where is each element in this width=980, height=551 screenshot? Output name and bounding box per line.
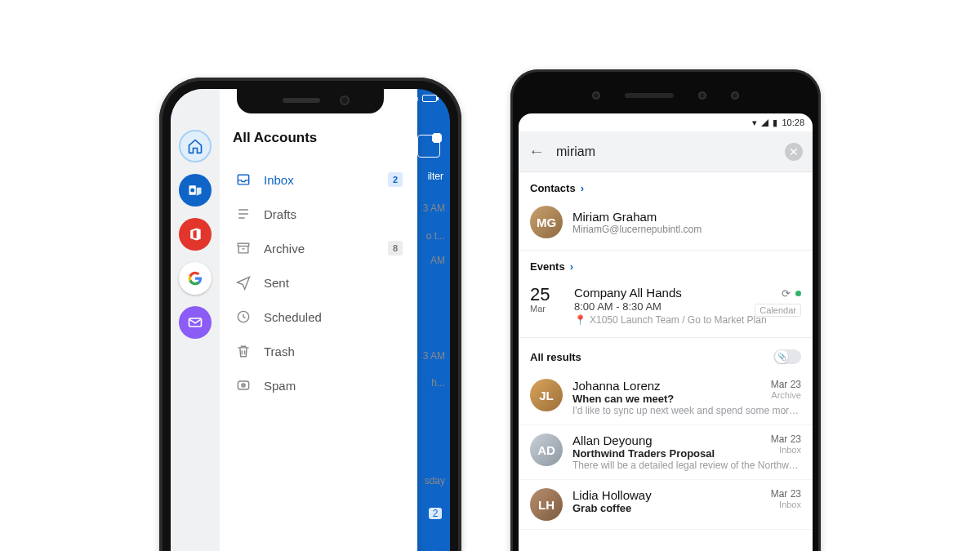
mail-meta: Mar 23 Inbox — [771, 488, 801, 509]
sensor-icon — [592, 91, 600, 100]
iphone-screen: ▮▮▮ ◉ ilter 3 AM o t... AM 3 AM h... CK … — [171, 89, 450, 551]
sensor-icon — [731, 91, 739, 100]
section-contacts[interactable]: Contacts › — [519, 172, 813, 199]
clear-search-button[interactable]: ✕ — [785, 143, 803, 161]
calendar-tag: Calendar — [755, 304, 801, 317]
mail-folder: Inbox — [771, 445, 801, 455]
folder-spam[interactable]: Spam — [233, 368, 404, 402]
section-label: Events — [530, 260, 565, 273]
mail-from: Allan Deyoung — [572, 433, 801, 447]
event-title: Company All Hands — [574, 286, 767, 300]
drawer-folders: All Accounts Inbox 2 Drafts — [220, 89, 417, 551]
event-location: 📍X1050 Launch Team / Go to Market Plan — [574, 314, 767, 326]
trash-icon — [234, 342, 252, 360]
section-label: Contacts — [530, 182, 576, 194]
folder-drafts[interactable]: Drafts — [233, 197, 404, 231]
compose-button[interactable] — [417, 135, 440, 158]
status-dot-icon — [795, 291, 801, 296]
search-bar: ← miriam ✕ — [519, 131, 813, 172]
speaker-icon — [625, 93, 674, 98]
account-outlook[interactable] — [179, 174, 212, 207]
mail-preview: I'd like to sync up next week and spend … — [572, 405, 801, 416]
event-month: Mar — [530, 304, 563, 313]
outlook-icon — [187, 182, 203, 198]
inbox-count-badge: 2 — [388, 172, 403, 187]
location-pin-icon: 📍 — [574, 314, 586, 326]
chevron-right-icon: › — [570, 260, 573, 273]
folder-label: Archive — [264, 242, 376, 256]
attachments-toggle[interactable] — [773, 349, 801, 364]
mail-from: Lidia Holloway — [572, 488, 801, 502]
status-time: 10:28 — [782, 118, 804, 127]
chevron-right-icon: › — [581, 182, 584, 194]
mail-subject: When can we meet? — [572, 393, 801, 405]
folder-archive[interactable]: Archive 8 — [233, 231, 404, 265]
folder-trash[interactable]: Trash — [233, 334, 404, 368]
drafts-icon — [234, 205, 252, 223]
folder-label: Spam — [264, 379, 403, 393]
android-statusbar: ▾ ▮ 10:28 — [519, 113, 813, 131]
battery-icon: ▮ — [773, 118, 777, 128]
event-result[interactable]: 25 Mar Company All Hands 8:00 AM - 8:30 … — [519, 278, 813, 338]
folder-scheduled[interactable]: Scheduled — [233, 300, 404, 334]
mail-folder: Archive — [771, 390, 801, 400]
event-time: 8:00 AM - 8:30 AM — [574, 300, 767, 313]
battery-icon — [422, 95, 437, 102]
recurring-icon: ⟳ — [782, 287, 791, 300]
folder-label: Drafts — [264, 207, 403, 221]
inbox-icon — [234, 171, 252, 189]
avatar: LH — [530, 488, 563, 521]
iphone-notch — [237, 89, 384, 113]
event-location-text: X1050 Launch Team / Go to Market Plan — [590, 314, 767, 326]
signal-icon: ▮▮▮ — [394, 94, 408, 103]
contact-email: MiriamG@lucernepubintl.com — [572, 224, 702, 235]
avatar: JL — [530, 379, 563, 411]
mail-date: Mar 23 — [771, 379, 801, 390]
signal-icon — [761, 119, 768, 127]
avatar: MG — [530, 206, 563, 238]
folder-label: Trash — [264, 344, 403, 358]
avatar: AD — [530, 433, 563, 466]
mail-date: Mar 23 — [771, 488, 801, 500]
drawer-title: All Accounts — [233, 130, 404, 146]
home-icon — [187, 138, 203, 154]
mail-preview: There will be a detailed legal review of… — [572, 460, 801, 471]
mail-meta: Mar 23 Archive — [771, 379, 801, 400]
archive-count-badge: 8 — [388, 241, 403, 256]
account-office[interactable] — [179, 218, 212, 251]
bg-badge: 2 — [429, 508, 442, 519]
android-device: ▾ ▮ 10:28 ← miriam ✕ Contacts › MG Miria… — [510, 69, 821, 551]
mail-result[interactable]: AD Allan Deyoung Northwind Traders Propo… — [519, 425, 813, 480]
folder-inbox[interactable]: Inbox 2 — [233, 162, 404, 197]
scheduled-icon — [234, 308, 252, 326]
account-home[interactable] — [179, 130, 212, 162]
google-icon — [187, 270, 203, 287]
android-top-bezel — [519, 78, 813, 113]
archive-icon — [234, 239, 252, 257]
contact-result[interactable]: MG Miriam Graham MiriamG@lucernepubintl.… — [519, 199, 813, 251]
spam-icon — [234, 376, 252, 394]
folder-sent[interactable]: Sent — [233, 265, 404, 300]
account-google[interactable] — [179, 262, 212, 295]
event-meta: ⟳ Calendar — [755, 286, 801, 317]
account-mail[interactable] — [179, 306, 212, 339]
contact-name: Miriam Graham — [572, 210, 702, 224]
svg-rect-3 — [238, 243, 248, 246]
android-screen: ▾ ▮ 10:28 ← miriam ✕ Contacts › MG Miria… — [519, 113, 813, 551]
svg-point-1 — [190, 189, 194, 193]
back-button[interactable]: ← — [528, 142, 545, 161]
search-input[interactable]: miriam — [556, 144, 773, 159]
mail-subject: Northwind Traders Proposal — [572, 447, 801, 460]
mail-result[interactable]: JL Johanna Lorenz When can we meet? I'd … — [519, 371, 813, 425]
iphone-device: ▮▮▮ ◉ ilter 3 AM o t... AM 3 AM h... CK … — [159, 78, 461, 551]
event-day: 25 — [530, 286, 563, 304]
filter-label[interactable]: ilter — [428, 171, 443, 182]
mail-folder: Inbox — [771, 500, 801, 509]
section-all-results: All results — [519, 338, 813, 371]
accounts-rail — [171, 89, 220, 551]
sent-icon — [234, 273, 252, 291]
mail-meta: Mar 23 Inbox — [771, 433, 801, 455]
folder-label: Sent — [264, 276, 403, 290]
mail-result[interactable]: LH Lidia Holloway Grab coffee Mar 23 Inb… — [519, 480, 813, 530]
section-events[interactable]: Events › — [519, 251, 813, 278]
